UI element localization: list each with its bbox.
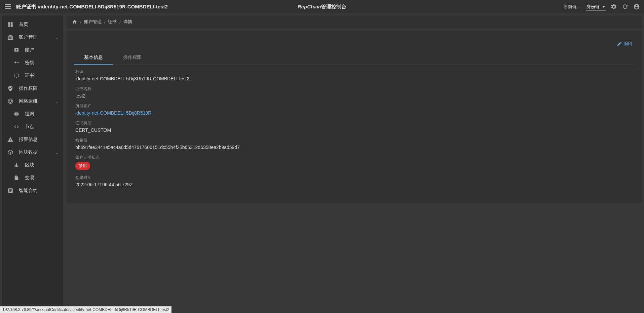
- current-chain-label: 当前链：: [564, 4, 581, 10]
- refresh-icon[interactable]: [622, 3, 629, 10]
- sidebar-item-account-mgmt[interactable]: 账户管理: [2, 31, 63, 44]
- edit-button-label: 编辑: [623, 41, 632, 47]
- page-title: 账户证书 #identity-net-COMBDELI-5Dij8R519R-C…: [16, 4, 168, 10]
- sidebar-item-label: 节点: [25, 124, 34, 130]
- breadcrumb-sep: /: [119, 19, 121, 25]
- monitor-icon: [13, 73, 20, 78]
- person-icon: [13, 47, 20, 53]
- field-label: 所属账户: [75, 103, 633, 109]
- sidebar-item-label: 组网: [25, 111, 34, 117]
- field-hash: 哈希值 bb691fee3441e5ac4a6d5d47617606151dc5…: [75, 138, 633, 150]
- breadcrumb: / 账户管理 / 证书 / 详情: [67, 15, 642, 28]
- field-value: test2: [75, 93, 633, 99]
- warning-icon: [7, 136, 14, 143]
- sidebar-item-label: 账户管理: [19, 34, 38, 40]
- field-value: 2022-06-17T06:44:56.729Z: [75, 182, 633, 187]
- tabs: 基本信息 操作权限: [74, 51, 635, 65]
- field-label: 账户证书状态: [75, 155, 633, 160]
- sidebar-item-label: 报警信息: [19, 136, 38, 143]
- field-label: 证书类型: [75, 120, 633, 126]
- sidebar-item-label: 网络运维: [19, 98, 38, 104]
- dashboard-icon: [7, 22, 14, 28]
- key-icon: [13, 60, 20, 66]
- cube-icon: [7, 149, 14, 155]
- chain-select-value: 身份链: [586, 3, 606, 11]
- sidebar-item-label: 区块数据: [19, 149, 38, 155]
- target-icon: [7, 98, 14, 104]
- sidebar: 首页 账户管理 账户 密钥 证书 操作权限 网络运维: [2, 15, 63, 313]
- globe-icon: [13, 111, 20, 117]
- field-identifier: 标识 identity-net-COMBDELI-5Dij8R519R-COMB…: [75, 69, 633, 81]
- sidebar-item-block[interactable]: 区块: [2, 159, 63, 171]
- bank-icon: [7, 34, 14, 40]
- sidebar-item-transaction[interactable]: 交易: [2, 171, 63, 184]
- bars-icon: [13, 162, 20, 168]
- field-value: CERT_CUSTOM: [75, 127, 633, 133]
- field-label: 证书名称: [75, 86, 633, 92]
- home-icon[interactable]: [72, 19, 77, 25]
- header-right: 当前链： 身份链: [564, 3, 640, 11]
- detail-card: 编辑 基本信息 操作权限 标识 identity-net-COMBDELI-5D…: [67, 31, 642, 203]
- sidebar-item-label: 账户: [25, 47, 34, 53]
- sidebar-item-account[interactable]: 账户: [2, 44, 63, 56]
- breadcrumb-sep: /: [80, 19, 81, 25]
- sidebar-item-operation-perm[interactable]: 操作权限: [2, 82, 63, 95]
- sidebar-item-network-ops[interactable]: 网络运维: [2, 95, 63, 108]
- field-value-link[interactable]: identity-net-COMBDELI-5Dij8R519R: [75, 110, 633, 116]
- sidebar-item-network[interactable]: 组网: [2, 108, 63, 120]
- app-header: 账户证书 #identity-net-COMBDELI-5Dij8R519R-C…: [0, 0, 644, 13]
- breadcrumb-sep: /: [104, 19, 106, 25]
- chevron-up-icon: [55, 151, 59, 154]
- main-content: / 账户管理 / 证书 / 详情 编辑 基本信息 操作权限 标识 identit…: [63, 13, 644, 313]
- hamburger-menu-icon[interactable]: [4, 3, 12, 11]
- field-status: 账户证书状态 禁用: [75, 155, 633, 170]
- gear-icon[interactable]: [610, 3, 617, 10]
- field-label: 创建时间: [75, 175, 633, 181]
- field-value: identity-net-COMBDELI-5Dij8R519R-COMBDEL…: [75, 76, 633, 81]
- field-owner-account: 所属账户 identity-net-COMBDELI-5Dij8R519R: [75, 103, 633, 116]
- pencil-icon: [617, 41, 622, 46]
- sidebar-item-certificate[interactable]: 证书: [2, 69, 63, 82]
- shield-icon: [7, 85, 14, 91]
- field-create-time: 创建时间 2022-06-17T06:44:56.729Z: [75, 175, 633, 187]
- sidebar-item-alert-info[interactable]: 报警信息: [2, 133, 63, 146]
- field-label: 标识: [75, 69, 633, 75]
- sidebar-item-label: 操作权限: [19, 85, 38, 91]
- details-panel: 标识 identity-net-COMBDELI-5Dij8R519R-COMB…: [70, 65, 639, 196]
- sidebar-item-smart-contract[interactable]: 智能合约: [2, 184, 63, 197]
- tab-operation-perm[interactable]: 操作权限: [113, 51, 152, 65]
- brand-italic: RepChain: [298, 4, 321, 9]
- sidebar-item-label: 证书: [25, 73, 34, 79]
- sidebar-item-node[interactable]: 节点: [2, 120, 63, 133]
- sidebar-item-label: 交易: [25, 175, 34, 181]
- code-icon: [13, 124, 20, 129]
- sidebar-item-label: 密钥: [25, 60, 34, 66]
- breadcrumb-certificate[interactable]: 证书: [108, 19, 117, 25]
- field-cert-type: 证书类型 CERT_CUSTOM: [75, 120, 633, 133]
- chevron-up-icon: [55, 36, 59, 39]
- breadcrumb-detail: 详情: [123, 19, 132, 25]
- status-badge: 禁用: [75, 162, 90, 170]
- document-icon: [13, 175, 20, 181]
- breadcrumb-account-mgmt[interactable]: 账户管理: [84, 19, 102, 25]
- chain-select[interactable]: 身份链: [586, 3, 606, 11]
- app-brand: RepChain管理控制台: [298, 4, 346, 10]
- field-label: 哈希值: [75, 138, 633, 143]
- field-value: bb691fee3441e5ac4a6d5d47617606151dc55b4f…: [75, 145, 633, 150]
- edit-button[interactable]: 编辑: [614, 39, 635, 48]
- sidebar-item-label: 区块: [25, 162, 34, 168]
- brand-suffix: 管理控制台: [321, 4, 346, 9]
- chevron-up-icon: [55, 100, 59, 103]
- browser-status-bar: 192.168.2.76:89/#/accountCertificates/id…: [0, 306, 172, 313]
- sidebar-item-home[interactable]: 首页: [2, 18, 63, 31]
- sidebar-item-block-data[interactable]: 区块数据: [2, 146, 63, 159]
- sidebar-item-key[interactable]: 密钥: [2, 56, 63, 69]
- field-cert-name: 证书名称 test2: [75, 86, 633, 99]
- account-icon[interactable]: [633, 3, 640, 10]
- tab-basic-info[interactable]: 基本信息: [74, 51, 113, 65]
- sidebar-item-label: 智能合约: [19, 188, 38, 194]
- article-icon: [7, 188, 14, 194]
- sidebar-item-label: 首页: [19, 22, 28, 28]
